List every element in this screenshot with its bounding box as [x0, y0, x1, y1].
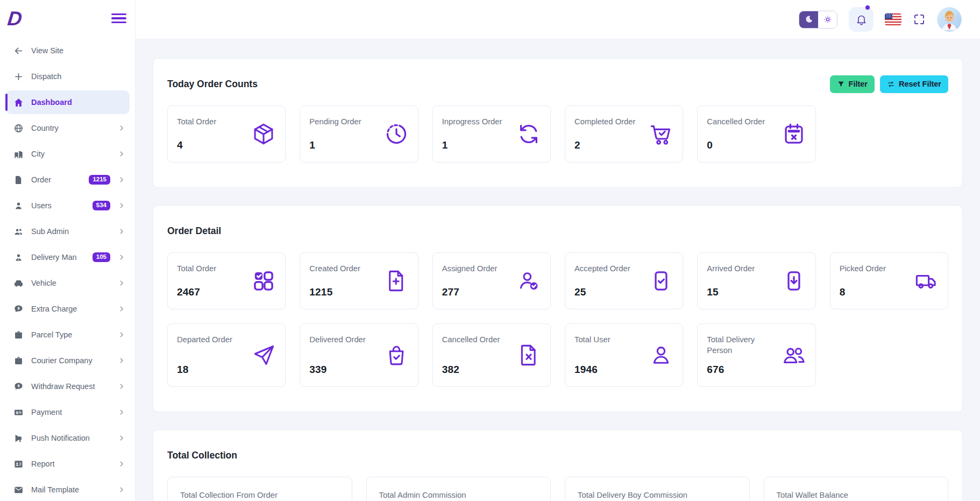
person-icon	[13, 201, 24, 211]
stat-card-value: 382	[442, 364, 500, 376]
stat-card-label: Assigned Order	[442, 264, 498, 274]
person-check-icon	[516, 269, 541, 293]
stat-card-text: Picked Order 8	[840, 262, 886, 300]
stat-card-accepted-order: Accepted Order 25	[565, 252, 683, 309]
today-order-counts-title: Today Order Counts	[167, 79, 258, 90]
chevron-right-icon	[118, 408, 125, 416]
stat-card-label: Total Order	[177, 264, 216, 274]
city-icon	[13, 149, 24, 159]
globe-icon	[13, 123, 24, 133]
stat-card-total-admin-commission: Total Admin Commission 17335.39₵ $	[366, 477, 551, 501]
sidebar-item-vehicle[interactable]: Vehicle	[5, 271, 130, 295]
sidebar-item-badge: 1215	[89, 175, 110, 185]
stat-card-label: Cancelled Order	[442, 335, 500, 345]
app-logo[interactable]: D	[6, 9, 22, 29]
stat-card-value: 277	[442, 286, 498, 298]
bag-check-icon	[384, 343, 409, 368]
stat-card-assigned-order: Assigned Order 277	[432, 252, 551, 309]
package-icon	[251, 122, 276, 146]
fullscreen-icon[interactable]	[913, 13, 926, 26]
filter-button-label: Filter	[849, 80, 868, 88]
stat-card-total-wallet-balance: Total Wallet Balance 600681159.18₵	[764, 477, 949, 501]
stat-card-value: 4	[177, 139, 216, 151]
svg-text:$: $	[17, 384, 20, 388]
stat-card-total-collection-from-order: Total Collection From Order 2696650.73₵	[167, 477, 352, 501]
stat-card-created-order: Created Order 1215	[300, 252, 418, 309]
stat-card-label: Departed Order	[177, 335, 232, 345]
stat-card-completed-order: Completed Order 2	[565, 105, 683, 163]
stat-card-label: Created Order	[309, 264, 360, 274]
chevron-right-icon	[118, 176, 125, 184]
stat-card-total-delivery-boy-commission: Total Delivery Boy Commission 865184.16₵…	[565, 477, 750, 501]
sidebar-item-label: Users	[31, 201, 85, 210]
sidebar-item-label: Order	[31, 175, 81, 184]
notification-dot	[865, 5, 870, 10]
stat-card-picked-order: Picked Order 8	[830, 252, 948, 309]
stat-card-total-order: Total Order 4	[167, 105, 286, 163]
reset-arrows-icon	[887, 80, 895, 88]
sidebar-item-view-site[interactable]: View Site	[5, 39, 130, 62]
sidebar-item-payment[interactable]: $ Payment	[5, 400, 130, 424]
briefcase-icon	[13, 356, 24, 366]
sidebar-item-parcel-type[interactable]: Parcel Type	[5, 323, 130, 347]
total-collection-title: Total Collection	[167, 450, 237, 461]
funnel-icon	[837, 80, 845, 88]
moon-icon[interactable]	[799, 11, 818, 28]
sun-icon[interactable]	[818, 11, 837, 28]
stat-card-value: 0	[707, 139, 765, 151]
chat-dollar-icon: $	[13, 304, 24, 314]
sidebar-item-label: Dashboard	[31, 98, 125, 107]
send-icon	[251, 343, 276, 368]
briefcase-icon	[13, 330, 24, 340]
stat-card-value: 8	[840, 286, 886, 298]
sidebar-item-users[interactable]: Users 534	[5, 194, 130, 217]
megaphone-icon	[13, 433, 24, 443]
sidebar-item-country[interactable]: Country	[5, 116, 130, 140]
sidebar-item-sub-admin[interactable]: Sub Admin	[5, 220, 130, 243]
card-check-icon	[649, 269, 673, 293]
stat-card-value: 15	[707, 286, 755, 298]
sidebar-item-dashboard[interactable]: Dashboard	[5, 90, 130, 114]
chevron-right-icon	[118, 124, 125, 132]
sidebar-item-withdraw-request[interactable]: $ Withdraw Request	[5, 375, 130, 398]
chevron-right-icon	[118, 486, 125, 493]
sidebar-item-label: Extra Charge	[31, 305, 110, 313]
stat-card-label: Total Wallet Balance	[777, 490, 858, 501]
order-detail-panel: Order Detail Total Order 2467 Created Or…	[153, 205, 963, 412]
bell-icon	[855, 13, 868, 26]
stat-card-value: 676	[707, 364, 777, 376]
payment-card-icon: $	[13, 407, 24, 418]
sidebar-item-label: Push Notification	[31, 434, 110, 442]
stat-card-total-user: Total User 1946	[565, 323, 683, 387]
sidebar-item-city[interactable]: City	[5, 142, 130, 166]
stat-card-label: Total User	[574, 335, 610, 345]
stat-card-total-delivery-person: Total Delivery Person 676	[697, 323, 815, 387]
filter-button[interactable]: Filter	[830, 75, 875, 93]
chevron-right-icon	[118, 150, 125, 158]
sidebar-item-dispatch[interactable]: Dispatch	[5, 65, 130, 88]
theme-toggle[interactable]	[799, 11, 837, 29]
total-collection-cards: Total Collection From Order 2696650.73₵ …	[167, 477, 948, 501]
user-avatar[interactable]	[937, 7, 962, 32]
reset-filter-button[interactable]: Reset Filter	[880, 75, 948, 93]
sidebar-item-courier-company[interactable]: Courier Company	[5, 349, 130, 372]
stat-card-text: Inprogress Order 1	[442, 115, 502, 153]
sidebar-item-mail-template[interactable]: Mail Template	[5, 478, 130, 501]
us-flag-icon[interactable]	[885, 13, 901, 26]
chat-dollar-icon: $	[13, 382, 24, 392]
stat-card-value: 2	[574, 139, 636, 151]
stat-card-value: 25	[574, 286, 630, 298]
stat-card-label: Arrived Order	[707, 264, 755, 274]
sidebar-item-push-notification[interactable]: Push Notification	[5, 426, 130, 450]
sidebar-item-order[interactable]: Order 1215	[5, 168, 130, 192]
stat-card-delivered-order: Delivered Order 339	[300, 323, 418, 387]
filter-actions: Filter Reset Filter	[830, 75, 948, 93]
sidebar-item-extra-charge[interactable]: $ Extra Charge	[5, 297, 130, 321]
hamburger-icon[interactable]	[111, 11, 126, 25]
sidebar-item-delivery-man[interactable]: Delivery Man 105	[5, 245, 130, 269]
total-collection-panel: Total Collection Total Collection From O…	[153, 429, 963, 501]
report-card-icon	[13, 459, 24, 469]
sidebar-item-report[interactable]: Report	[5, 452, 130, 476]
stat-card-cancelled-order: Cancelled Order 0	[697, 105, 815, 163]
notifications-button[interactable]	[849, 7, 874, 32]
